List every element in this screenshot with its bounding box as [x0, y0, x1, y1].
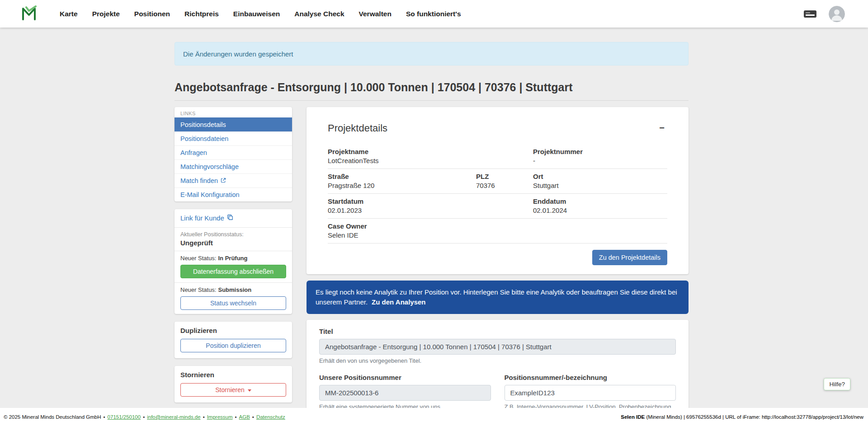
- footer-link-phone[interactable]: 07151/250100: [108, 414, 141, 420]
- footer-link-email[interactable]: info@mineral-minds.de: [147, 414, 200, 420]
- nav-item-einbauweisen[interactable]: Einbauweisen: [226, 10, 287, 18]
- footer-left: © 2025 Mineral Minds Deutschland GmbH • …: [4, 414, 285, 420]
- to-project-details-button[interactable]: Zu den Projektdetails: [592, 250, 667, 265]
- titel-input: [319, 339, 676, 355]
- separator-dot: •: [203, 414, 205, 420]
- main-nav: Karte Projekte Positionen Richtpreis Ein…: [52, 10, 468, 18]
- field-case-owner: Case Owner Selen IDE: [328, 222, 476, 239]
- next-status-section-2: Neuer Status:Submission Status wechseln: [175, 283, 292, 314]
- field-ort: Ort Stuttgart: [533, 173, 667, 189]
- project-row-owner: Case Owner Selen IDE: [328, 219, 667, 243]
- sidebar-item-anfragen[interactable]: Anfragen: [175, 145, 292, 159]
- user-avatar[interactable]: [829, 6, 845, 22]
- custom-number-label: Positionsnummer/-bezeichnung: [505, 374, 676, 381]
- customer-link-label: Link für Kunde: [180, 214, 224, 222]
- cancel-card: Stornieren Stornieren: [175, 366, 292, 403]
- nav-item-richtpreis[interactable]: Richtpreis: [177, 10, 226, 18]
- nav-item-positionen[interactable]: Positionen: [127, 10, 177, 18]
- collapse-icon[interactable]: −: [656, 122, 667, 133]
- server-icon[interactable]: [803, 9, 817, 19]
- footer-link-impressum[interactable]: Impressum: [207, 414, 233, 420]
- navbar-right: [803, 6, 845, 22]
- top-navbar: Karte Projekte Positionen Richtpreis Ein…: [0, 0, 868, 28]
- left-sidebar: LINKS Positionsdetails Positionsdateien …: [175, 107, 292, 410]
- duplicate-card: Duplizieren Position duplizieren: [175, 322, 292, 358]
- our-number-label: Unsere Positionsnummer: [319, 374, 491, 381]
- footer-link-agb[interactable]: AGB: [239, 414, 250, 420]
- main-column: Projektdetails − Projektname LotCreation…: [307, 107, 689, 422]
- sidebar-item-positionsdetails[interactable]: Positionsdetails: [175, 117, 292, 131]
- field-plz: PLZ 70376: [476, 173, 533, 189]
- analytics-banner-text: Es liegt noch keine Analytik zu Ihrer Po…: [316, 288, 677, 306]
- external-link-icon: [221, 177, 226, 184]
- caret-down-icon: [248, 389, 251, 392]
- current-status-section: Aktueller Positionsstatus: Ungeprüft: [175, 228, 292, 251]
- status-card: Link für Kunde Aktueller Positionsstatus…: [175, 209, 292, 314]
- separator-dot: •: [104, 414, 105, 420]
- page-footer: © 2025 Mineral Minds Deutschland GmbH • …: [0, 408, 868, 426]
- help-button[interactable]: Hilfe?: [824, 378, 850, 390]
- page-title: Angebotsanfrage - Entsorgung | 10.000 To…: [175, 81, 689, 94]
- field-startdatum: Startdatum 02.01.2023: [328, 197, 476, 214]
- field-projektnummer: Projektnummer -: [533, 148, 667, 164]
- app-logo[interactable]: [21, 5, 37, 23]
- sidebar-item-match-finden[interactable]: Match finden: [175, 173, 292, 187]
- nav-item-karte[interactable]: Karte: [52, 10, 85, 18]
- number-fields-row: Unsere Positionsnummer Erhält eine syste…: [319, 374, 676, 410]
- save-success-alert: Die Änderungen wurden gespeichert: [175, 42, 689, 66]
- next-status-line: Neuer Status:Submission: [180, 286, 286, 293]
- footer-link-datenschutz[interactable]: Datenschutz: [256, 414, 285, 420]
- cancel-button-label: Stornieren: [215, 386, 245, 393]
- project-row-dates: Startdatum 02.01.2023 Enddatum 02.01.202…: [328, 194, 667, 219]
- custom-number-input[interactable]: [505, 385, 676, 401]
- position-form-card: Titel Erhält den von uns vorgegebenen Ti…: [307, 320, 689, 422]
- titel-help: Erhält den von uns vorgegebenen Titel.: [319, 357, 676, 364]
- our-number-input: [319, 385, 491, 401]
- nav-item-verwalten[interactable]: Verwalten: [352, 10, 399, 18]
- sidebar-item-label: Match finden: [180, 177, 218, 184]
- nav-item-projekte[interactable]: Projekte: [85, 10, 127, 18]
- next-status-label: Neuer Status:: [180, 255, 217, 262]
- sidebar-item-matchingvorschlaege[interactable]: Matchingvorschläge: [175, 159, 292, 173]
- project-row-address: Straße Pragstraße 120 PLZ 70376 Ort Stut…: [328, 169, 667, 194]
- title-divider: [175, 100, 689, 101]
- next-status-value: Submission: [218, 286, 252, 293]
- analytics-banner: Es liegt noch keine Analytik zu Ihrer Po…: [307, 281, 689, 314]
- cancel-card-title: Stornieren: [180, 371, 286, 379]
- sidebar-links-card: LINKS Positionsdetails Positionsdateien …: [175, 107, 292, 201]
- customer-link[interactable]: Link für Kunde: [180, 213, 233, 223]
- duplicate-card-title: Duplizieren: [180, 327, 286, 334]
- complete-data-entry-button[interactable]: Datenerfassung abschließen: [180, 265, 286, 278]
- logo-icon: [21, 5, 37, 23]
- nav-item-so-funktionierts[interactable]: So funktioniert's: [399, 10, 468, 18]
- field-enddatum: Enddatum 02.01.2024: [533, 197, 667, 214]
- footer-copyright: © 2025 Mineral Minds Deutschland GmbH: [4, 414, 101, 420]
- project-row-name: Projektname LotCreationTests Projektnumm…: [328, 144, 667, 169]
- our-number-field: Unsere Positionsnummer Erhält eine syste…: [319, 374, 491, 410]
- nav-item-analyse-check[interactable]: Analyse Check: [287, 10, 351, 18]
- titel-label: Titel: [319, 328, 676, 335]
- duplicate-position-button[interactable]: Position duplizieren: [180, 339, 286, 352]
- cancel-dropdown-button[interactable]: Stornieren: [180, 383, 286, 397]
- separator-dot: •: [252, 414, 254, 420]
- next-status-line: Neuer Status:In Prüfung: [180, 255, 286, 262]
- footer-user: Selen IDE: [621, 414, 645, 420]
- links-header: LINKS: [175, 107, 292, 117]
- next-status-label: Neuer Status:: [180, 286, 217, 293]
- next-status-section-1: Neuer Status:In Prüfung Datenerfassung a…: [175, 251, 292, 283]
- custom-number-field: Positionsnummer/-bezeichnung Z.B. Intern…: [505, 374, 676, 410]
- next-status-value: In Prüfung: [218, 255, 248, 262]
- project-details-card: Projektdetails − Projektname LotCreation…: [307, 107, 689, 274]
- sidebar-item-email-konfiguration[interactable]: E-Mail Konfiguration: [175, 187, 292, 201]
- alert-message: Die Änderungen wurden gespeichert: [183, 50, 293, 58]
- switch-status-button[interactable]: Status wechseln: [180, 296, 286, 310]
- to-analyses-link[interactable]: Zu den Analysen: [372, 298, 425, 306]
- page-content: Die Änderungen wurden gespeichert Angebo…: [175, 28, 689, 422]
- project-details-header: Projektdetails −: [328, 122, 667, 134]
- footer-session-info: Selen IDE (Mineral Minds) | 69576255536d…: [621, 414, 863, 420]
- sidebar-item-positionsdateien[interactable]: Positionsdateien: [175, 131, 292, 145]
- separator-dot: •: [235, 414, 237, 420]
- field-spacer: [476, 148, 533, 164]
- copy-icon: [227, 214, 233, 222]
- current-status-value: Ungeprüft: [180, 239, 286, 247]
